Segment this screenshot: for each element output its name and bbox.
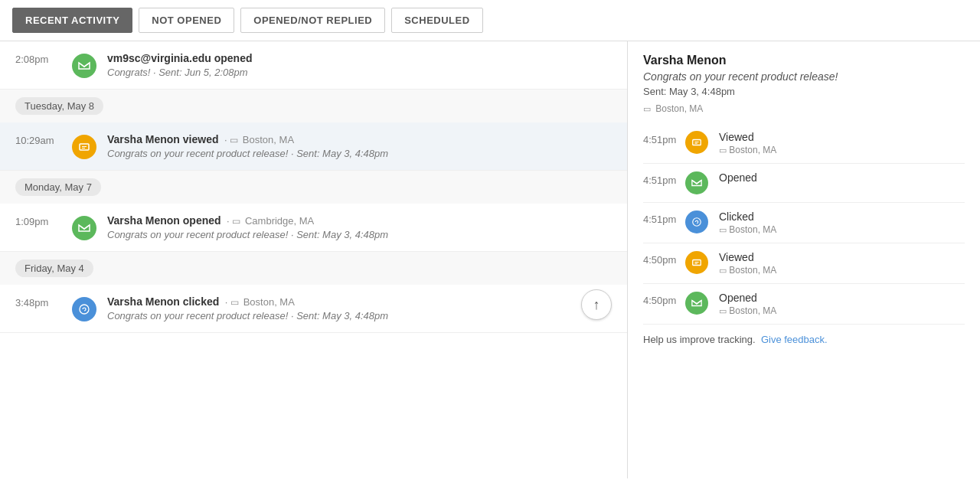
timeline-icon-col <box>685 292 713 315</box>
timeline-content: Viewed ▭ Boston, MA <box>713 251 965 276</box>
activity-item[interactable]: 10:29am Varsha Menon viewed · ▭ Boston, … <box>0 122 627 171</box>
timeline-event: 4:51pm Opened <box>643 164 965 203</box>
activity-time: 3:48pm <box>15 295 69 308</box>
timeline-time: 4:51pm <box>643 171 685 186</box>
activity-time: 2:08pm <box>15 52 69 65</box>
activity-subtitle: Congrats! · Sent: Jun 5, 2:08pm <box>107 67 612 78</box>
timeline-action: Opened <box>719 171 965 184</box>
day-separator: Friday, May 4 <box>0 252 627 285</box>
activity-title: Varsha Menon viewed · ▭ Boston, MA <box>107 133 612 145</box>
timeline-event: 4:51pm Viewed ▭ Boston, MA <box>643 123 965 164</box>
timeline-location: ▭ Boston, MA <box>719 265 965 276</box>
email-open-icon <box>685 171 708 194</box>
feedback-text: Help us improve tracking. <box>643 334 756 345</box>
left-panel: 2:08pm vm9sc@virginia.edu opened Congrat… <box>0 41 628 478</box>
view-icon <box>685 131 708 154</box>
activity-item[interactable]: 2:08pm vm9sc@virginia.edu opened Congrat… <box>0 41 627 90</box>
timeline-event: 4:50pm Viewed ▭ Boston, MA <box>643 243 965 284</box>
activity-subtitle: Congrats on your recent product release!… <box>107 310 612 321</box>
activity-content: Varsha Menon viewed · ▭ Boston, MA Congr… <box>100 133 612 159</box>
activity-icon-col <box>69 52 100 78</box>
activity-location: · ▭ Boston, MA <box>221 134 294 145</box>
activity-bold: Varsha Menon viewed <box>107 133 219 145</box>
view-icon <box>72 135 96 159</box>
timeline-event: 4:50pm Opened ▭ Boston, MA <box>643 284 965 325</box>
timeline-time: 4:50pm <box>643 251 685 266</box>
header-tabs: RECENT ACTIVITY NOT OPENED OPENED/NOT RE… <box>0 0 980 41</box>
activity-item[interactable]: 1:09pm Varsha Menon opened · ▭ Cambridge… <box>0 204 627 252</box>
timeline-icon-col <box>685 210 713 233</box>
feedback-link[interactable]: Give feedback. <box>761 334 828 345</box>
activity-time: 10:29am <box>15 133 69 146</box>
timeline-action: Viewed <box>719 131 965 143</box>
timeline-content: Clicked ▭ Boston, MA <box>713 210 965 235</box>
activity-subtitle: Congrats on your recent product release!… <box>107 229 612 240</box>
activity-title: Varsha Menon clicked · ▭ Boston, MA <box>107 295 612 308</box>
day-label: Friday, May 4 <box>15 259 93 277</box>
day-separator: Tuesday, May 8 <box>0 90 627 122</box>
timeline-icon-col <box>685 171 713 194</box>
day-label: Monday, May 7 <box>15 178 101 196</box>
email-open-icon <box>685 292 708 315</box>
day-separator: Monday, May 7 <box>0 171 627 204</box>
activity-content: vm9sc@virginia.edu opened Congrats! · Se… <box>100 52 612 78</box>
activity-title: vm9sc@virginia.edu opened <box>107 52 612 64</box>
detail-location: ▭ Boston, MA <box>643 103 965 114</box>
activity-icon-col <box>69 214 100 240</box>
activity-time: 1:09pm <box>15 214 69 227</box>
activity-bold: vm9sc@virginia.edu opened <box>107 52 253 64</box>
timeline-time: 4:51pm <box>643 131 685 145</box>
timeline-icon-col <box>685 131 713 154</box>
view-icon <box>685 251 708 274</box>
click-icon <box>685 210 708 233</box>
activity-bold: Varsha Menon clicked <box>107 295 219 308</box>
right-panel: Varsha Menon Congrats on your recent pro… <box>628 41 980 478</box>
tab-not-opened[interactable]: NOT OPENED <box>139 8 234 33</box>
contact-subject: Congrats on your recent product release! <box>643 70 965 83</box>
timeline-content: Opened <box>713 171 965 184</box>
activity-title: Varsha Menon opened · ▭ Cambridge, MA <box>107 214 612 227</box>
timeline-event: 4:51pm Clicked ▭ Boston, MA <box>643 203 965 243</box>
feedback-bar: Help us improve tracking. Give feedback. <box>643 325 965 345</box>
timeline-time: 4:50pm <box>643 292 685 306</box>
activity-content: Varsha Menon clicked · ▭ Boston, MA Cong… <box>100 295 612 321</box>
timeline-icon-col <box>685 251 713 274</box>
activity-subtitle: Congrats on your recent product release!… <box>107 148 612 159</box>
activity-item[interactable]: 3:48pm Varsha Menon clicked · ▭ Boston, … <box>0 285 627 333</box>
activity-bold: Varsha Menon opened <box>107 214 221 227</box>
activity-location: · ▭ Boston, MA <box>222 296 295 308</box>
scroll-up-button[interactable]: ↑ <box>581 289 612 320</box>
contact-name: Varsha Menon <box>643 54 965 67</box>
contact-sent: Sent: May 3, 4:48pm <box>643 86 965 97</box>
email-open-icon <box>72 216 96 240</box>
email-open-icon <box>72 54 96 78</box>
click-icon <box>72 297 96 321</box>
day-label: Tuesday, May 8 <box>15 97 103 115</box>
main-layout: 2:08pm vm9sc@virginia.edu opened Congrat… <box>0 41 980 478</box>
timeline-action: Clicked <box>719 210 965 223</box>
timeline-action: Opened <box>719 292 965 304</box>
activity-icon-col <box>69 133 100 159</box>
tab-recent-activity[interactable]: RECENT ACTIVITY <box>12 8 132 33</box>
tab-scheduled[interactable]: SCHEDULED <box>391 8 482 33</box>
activity-icon-col <box>69 295 100 321</box>
activity-location: · ▭ Cambridge, MA <box>224 215 314 227</box>
timeline-time: 4:51pm <box>643 210 685 225</box>
activity-content: Varsha Menon opened · ▭ Cambridge, MA Co… <box>100 214 612 240</box>
timeline-location: ▭ Boston, MA <box>719 145 965 155</box>
timeline-content: Opened ▭ Boston, MA <box>713 292 965 316</box>
tab-opened-not-replied[interactable]: OPENED/NOT REPLIED <box>240 8 385 33</box>
timeline-location: ▭ Boston, MA <box>719 305 965 316</box>
timeline-content: Viewed ▭ Boston, MA <box>713 131 965 155</box>
timeline-location: ▭ Boston, MA <box>719 224 965 235</box>
timeline-action: Viewed <box>719 251 965 263</box>
